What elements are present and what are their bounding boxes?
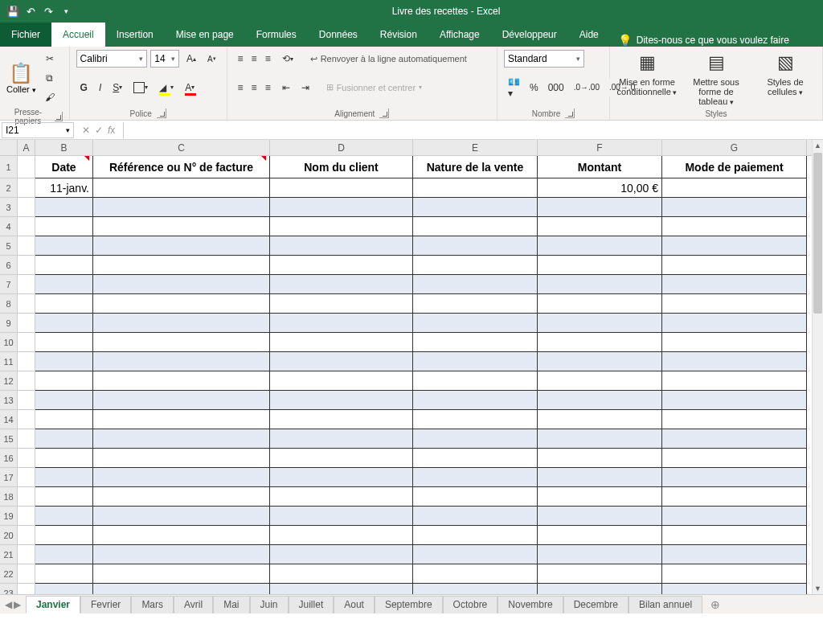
- cell-C14[interactable]: [93, 410, 270, 429]
- wrap-text-button[interactable]: ↩ Renvoyer à la ligne automatiquement: [310, 54, 467, 64]
- cell-B8[interactable]: [35, 294, 93, 314]
- cell-C5[interactable]: [93, 236, 270, 256]
- row-header-10[interactable]: 10: [0, 333, 18, 352]
- merge-center-button[interactable]: ⊞ Fusionner et centrer ▾: [326, 82, 422, 92]
- cell-C12[interactable]: [93, 371, 270, 391]
- sheet-nav-prev-icon[interactable]: ◀: [5, 599, 12, 610]
- cell-G2[interactable]: [662, 178, 807, 198]
- col-header-C[interactable]: C: [93, 140, 270, 155]
- cell-F20[interactable]: [538, 526, 662, 545]
- cell-G12[interactable]: [662, 371, 807, 391]
- cell-A14[interactable]: [18, 410, 35, 429]
- cell-B12[interactable]: [35, 371, 93, 391]
- increase-font-button[interactable]: A▴: [182, 50, 200, 68]
- cell-A5[interactable]: [18, 236, 35, 256]
- cell-G10[interactable]: [662, 333, 807, 352]
- cell-G8[interactable]: [662, 294, 807, 314]
- cell-F11[interactable]: [538, 352, 662, 371]
- cell-B7[interactable]: [35, 275, 93, 294]
- cell-A18[interactable]: [18, 487, 35, 507]
- cell-G6[interactable]: [662, 256, 807, 275]
- sheet-tab-octobre[interactable]: Octobre: [443, 596, 498, 613]
- font-color-button[interactable]: A ▾: [181, 79, 199, 96]
- cell-E6[interactable]: [413, 256, 538, 275]
- paste-button[interactable]: 📋 Coller ▾: [6, 62, 36, 94]
- cell-F15[interactable]: [538, 429, 662, 449]
- cell-B16[interactable]: [35, 449, 93, 468]
- cell-E1[interactable]: Nature de la vente: [413, 156, 538, 178]
- cell-C10[interactable]: [93, 333, 270, 352]
- cell-C9[interactable]: [93, 314, 270, 333]
- cell-B4[interactable]: [35, 217, 93, 236]
- cell-A17[interactable]: [18, 468, 35, 487]
- cell-B21[interactable]: [35, 545, 93, 564]
- cell-G20[interactable]: [662, 526, 807, 545]
- cell-F7[interactable]: [538, 275, 662, 294]
- cell-B20[interactable]: [35, 526, 93, 545]
- cell-A11[interactable]: [18, 352, 35, 371]
- scroll-up-icon[interactable]: ▲: [813, 140, 823, 151]
- format-painter-button[interactable]: 🖌: [41, 88, 59, 106]
- cell-E20[interactable]: [413, 526, 538, 545]
- cell-C6[interactable]: [93, 256, 270, 275]
- cell-F14[interactable]: [538, 410, 662, 429]
- cell-D19[interactable]: [270, 507, 413, 526]
- cell-E22[interactable]: [413, 564, 538, 584]
- cell-D1[interactable]: Nom du client: [270, 156, 413, 178]
- cell-B2[interactable]: 11-janv.: [35, 178, 93, 198]
- tab-view[interactable]: Affichage: [428, 23, 491, 47]
- cancel-icon[interactable]: ✕: [82, 125, 90, 136]
- cell-E4[interactable]: [413, 217, 538, 236]
- cell-A3[interactable]: [18, 198, 35, 217]
- cell-E5[interactable]: [413, 236, 538, 256]
- vertical-scrollbar[interactable]: ▲ ▼: [812, 140, 823, 594]
- row-header-2[interactable]: 2: [0, 178, 18, 198]
- cell-B18[interactable]: [35, 487, 93, 507]
- underline-button[interactable]: S ▾: [109, 79, 126, 96]
- cell-B1[interactable]: Date: [35, 156, 93, 178]
- font-size-combo[interactable]: 14▾: [150, 50, 179, 68]
- copy-button[interactable]: ⧉: [41, 69, 59, 87]
- sheet-tab-aout[interactable]: Aout: [334, 596, 375, 613]
- row-header-20[interactable]: 20: [0, 526, 18, 545]
- cell-B22[interactable]: [35, 564, 93, 584]
- cell-D4[interactable]: [270, 217, 413, 236]
- undo-icon[interactable]: ↶: [23, 3, 39, 19]
- cell-E10[interactable]: [413, 333, 538, 352]
- cell-E16[interactable]: [413, 449, 538, 468]
- cell-A2[interactable]: [18, 178, 35, 198]
- row-header-3[interactable]: 3: [0, 198, 18, 217]
- cell-A13[interactable]: [18, 391, 35, 410]
- name-box[interactable]: I21▾: [2, 122, 74, 138]
- row-header-9[interactable]: 9: [0, 314, 18, 333]
- cell-F5[interactable]: [538, 236, 662, 256]
- percent-format-button[interactable]: %: [526, 79, 543, 96]
- decrease-font-button[interactable]: A▾: [203, 50, 220, 68]
- cell-C17[interactable]: [93, 468, 270, 487]
- cell-F21[interactable]: [538, 545, 662, 564]
- cell-C19[interactable]: [93, 507, 270, 526]
- cell-C18[interactable]: [93, 487, 270, 507]
- tab-insert[interactable]: Insertion: [105, 23, 165, 47]
- cell-B5[interactable]: [35, 236, 93, 256]
- cell-E18[interactable]: [413, 487, 538, 507]
- cell-B10[interactable]: [35, 333, 93, 352]
- cell-E15[interactable]: [413, 429, 538, 449]
- save-icon[interactable]: 💾: [5, 3, 21, 19]
- format-as-table-button[interactable]: ▤ Mettre sous forme de tableau: [686, 50, 747, 107]
- col-header-D[interactable]: D: [270, 140, 413, 155]
- cell-G5[interactable]: [662, 236, 807, 256]
- bold-button[interactable]: G: [76, 79, 92, 96]
- align-bottom-button[interactable]: ≡: [261, 50, 275, 68]
- cell-C4[interactable]: [93, 217, 270, 236]
- sheet-tab-bilan-annuel[interactable]: Bilan annuel: [629, 596, 702, 613]
- cell-F18[interactable]: [538, 487, 662, 507]
- cell-G3[interactable]: [662, 198, 807, 217]
- cell-G11[interactable]: [662, 352, 807, 371]
- tab-review[interactable]: Révision: [369, 23, 428, 47]
- tab-developer[interactable]: Développeur: [491, 23, 568, 47]
- cell-A21[interactable]: [18, 545, 35, 564]
- row-header-8[interactable]: 8: [0, 294, 18, 314]
- cell-C2[interactable]: [93, 178, 270, 198]
- row-header-21[interactable]: 21: [0, 545, 18, 564]
